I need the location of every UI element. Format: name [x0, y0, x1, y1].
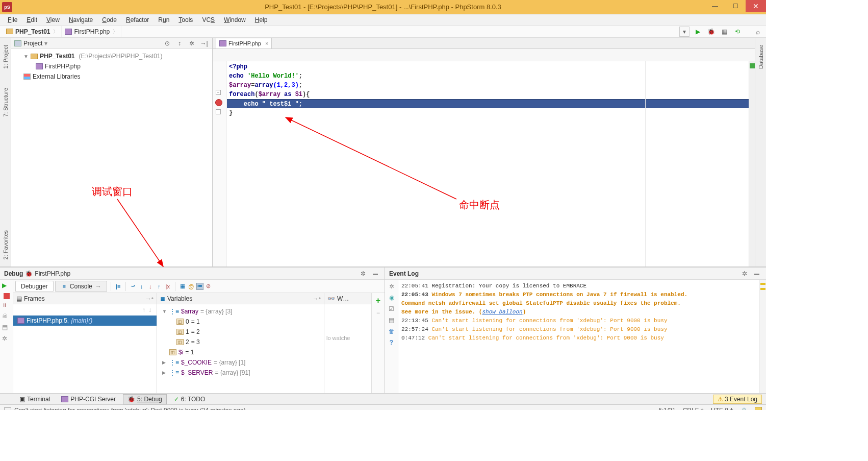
- fold-minus-icon[interactable]: −: [216, 90, 221, 95]
- editor-tab[interactable]: FirstPHP.php ×: [216, 38, 272, 48]
- tree-file[interactable]: FirstPHP.php: [11, 61, 212, 71]
- menu-vcs[interactable]: VCS: [199, 15, 217, 25]
- mute-breakpoints-icon[interactable]: ⊘: [205, 283, 212, 290]
- debugger-tab[interactable]: Debugger: [15, 281, 54, 292]
- show-balloon-link[interactable]: show balloon: [482, 309, 522, 315]
- settings-icon[interactable]: ✲: [389, 283, 394, 290]
- debug-toolbar: Debugger ≡Console→ |≡ ⤻ ↓ ↓ ↑ |x ▦ @ ≔ ⊘: [13, 280, 385, 293]
- hide-panel-icon[interactable]: →|: [199, 38, 209, 48]
- gear-icon[interactable]: [358, 269, 368, 279]
- stop-button[interactable]: [4, 293, 10, 299]
- evaluate-expression-icon[interactable]: ▦: [179, 283, 186, 290]
- line-separator[interactable]: CRLF ‡: [683, 407, 704, 410]
- tree-toggle-icon[interactable]: ▶: [162, 360, 167, 365]
- minimize-panel-icon[interactable]: [752, 269, 762, 279]
- menu-navigate[interactable]: Navigate: [66, 15, 95, 25]
- tree-external-libs[interactable]: External Libraries: [11, 71, 212, 82]
- menu-help[interactable]: Help: [252, 15, 270, 25]
- menu-code[interactable]: Code: [99, 15, 119, 25]
- variables-tree[interactable]: ▼⋮≡$array = {array} [3] ◫0 = 1 ◫1 = 2 ◫2…: [157, 304, 324, 393]
- lock-icon[interactable]: [741, 407, 748, 410]
- run-to-cursor-icon[interactable]: |x: [164, 283, 171, 290]
- show-execution-point-icon[interactable]: |≡: [115, 283, 122, 290]
- mark-read-icon[interactable]: ☑: [389, 305, 394, 312]
- cursor-position[interactable]: 5:1/21: [658, 407, 675, 410]
- debug-tool-tab[interactable]: 🐞5: Debug: [123, 394, 167, 404]
- menu-tools[interactable]: Tools: [176, 15, 195, 25]
- tree-toggle-icon[interactable]: ▼: [162, 309, 167, 314]
- menu-window[interactable]: Window: [221, 15, 248, 25]
- remove-watch-icon[interactable]: −: [376, 309, 380, 317]
- close-button[interactable]: ✕: [746, 0, 766, 12]
- coverage-button[interactable]: ▦: [719, 27, 729, 37]
- console-tab[interactable]: ≡Console→: [55, 281, 107, 292]
- tool-favorites-tab[interactable]: 2: Favorites: [3, 228, 9, 261]
- minimize-panel-icon[interactable]: [370, 269, 380, 279]
- menu-file[interactable]: File: [5, 15, 20, 25]
- tool-database-tab[interactable]: Database: [758, 43, 764, 71]
- step-over-icon[interactable]: ⤻: [130, 283, 137, 290]
- menu-edit[interactable]: Edit: [24, 15, 40, 25]
- step-into-icon[interactable]: ↓: [138, 283, 145, 290]
- search-everywhere-button[interactable]: [753, 27, 763, 37]
- frame-down-icon[interactable]: ↓: [148, 306, 151, 313]
- status-icon[interactable]: [4, 407, 11, 410]
- run-config-dropdown[interactable]: ▾: [679, 27, 690, 37]
- encoding[interactable]: UTF-8 ‡: [711, 407, 733, 410]
- gear-icon[interactable]: [187, 38, 197, 48]
- menu-refactor[interactable]: Refactor: [123, 15, 151, 25]
- minimize-button[interactable]: —: [705, 0, 725, 12]
- menu-view[interactable]: View: [44, 15, 62, 25]
- breadcrumb-file[interactable]: FirstPHP.php 〉: [62, 26, 121, 37]
- scroll-to-source-icon[interactable]: ↕: [174, 38, 185, 48]
- tool-project-tab[interactable]: 1: Project: [3, 43, 9, 70]
- frame-file: FirstPHP.php:5,: [27, 317, 69, 324]
- code-area[interactable]: <?php echo 'Hello World!'; $array=array(…: [227, 61, 749, 266]
- debug-button[interactable]: 🐞: [706, 27, 716, 37]
- help-icon[interactable]: ?: [390, 339, 393, 346]
- breakpoint-line[interactable]: echo " test$i ";: [227, 99, 749, 108]
- close-tab-icon[interactable]: ×: [265, 40, 268, 46]
- project-tree[interactable]: ▼ PHP_Test01 (E:\Projects\PHP\PHP_Test01…: [11, 49, 212, 84]
- run-button[interactable]: ▶: [693, 27, 703, 37]
- pin-icon[interactable]: →•: [313, 295, 321, 302]
- tool-structure-tab[interactable]: 7: Structure: [3, 86, 9, 119]
- hector-icon[interactable]: [755, 407, 762, 410]
- pause-button[interactable]: [2, 301, 11, 310]
- phpcgi-tab[interactable]: PHP-CGI Server: [57, 395, 120, 404]
- resume-button[interactable]: [2, 282, 11, 291]
- force-step-into-icon[interactable]: ↓: [147, 283, 154, 290]
- add-watch-icon[interactable]: +: [376, 296, 380, 305]
- editor-gutter[interactable]: −: [213, 61, 227, 266]
- terminal-tab[interactable]: ▣Terminal: [15, 395, 54, 404]
- breakpoint-icon[interactable]: [215, 99, 222, 106]
- tree-toggle-icon[interactable]: ▼: [23, 54, 29, 59]
- stop-listening-button[interactable]: ⟲: [732, 27, 743, 37]
- menu-run[interactable]: Run: [156, 15, 172, 25]
- pin-icon[interactable]: →•: [145, 295, 154, 302]
- chevron-down-icon[interactable]: ▾: [44, 40, 47, 47]
- eventlog-tool-tab[interactable]: ⚠ 3 Event Log: [713, 395, 762, 404]
- maximize-button[interactable]: ☐: [725, 0, 746, 12]
- editor-body[interactable]: − <?php echo 'Hello World!'; $array=arra…: [213, 61, 755, 266]
- tree-root[interactable]: ▼ PHP_Test01 (E:\Projects\PHP\PHP_Test01…: [11, 51, 212, 61]
- gear-icon[interactable]: [739, 269, 750, 279]
- filter-icon[interactable]: ▤: [389, 317, 394, 324]
- kill-button[interactable]: [2, 312, 11, 322]
- frame-up-icon[interactable]: ↑: [142, 306, 145, 313]
- layout-button[interactable]: [2, 324, 11, 333]
- at-icon[interactable]: @: [188, 283, 195, 290]
- view-breakpoints-icon[interactable]: ≔: [196, 283, 203, 290]
- step-out-icon[interactable]: ↑: [156, 283, 163, 290]
- collapse-all-icon[interactable]: ⊙: [162, 38, 172, 48]
- fold-end-icon[interactable]: [216, 109, 221, 114]
- frame-row[interactable]: FirstPHP.php:5, {main}(): [13, 316, 157, 326]
- error-stripe[interactable]: [749, 61, 755, 266]
- balloon-icon[interactable]: ◉: [389, 294, 394, 301]
- trash-icon[interactable]: 🗑: [389, 328, 395, 335]
- settings-button[interactable]: [2, 335, 11, 344]
- breadcrumb-project[interactable]: PHP_Test01 〉: [3, 26, 62, 37]
- todo-tab[interactable]: ✓6: TODO: [170, 395, 210, 404]
- eventlog-content[interactable]: 22:05:41 Registration: Your copy is lice…: [398, 280, 759, 393]
- tree-toggle-icon[interactable]: ▶: [162, 370, 167, 375]
